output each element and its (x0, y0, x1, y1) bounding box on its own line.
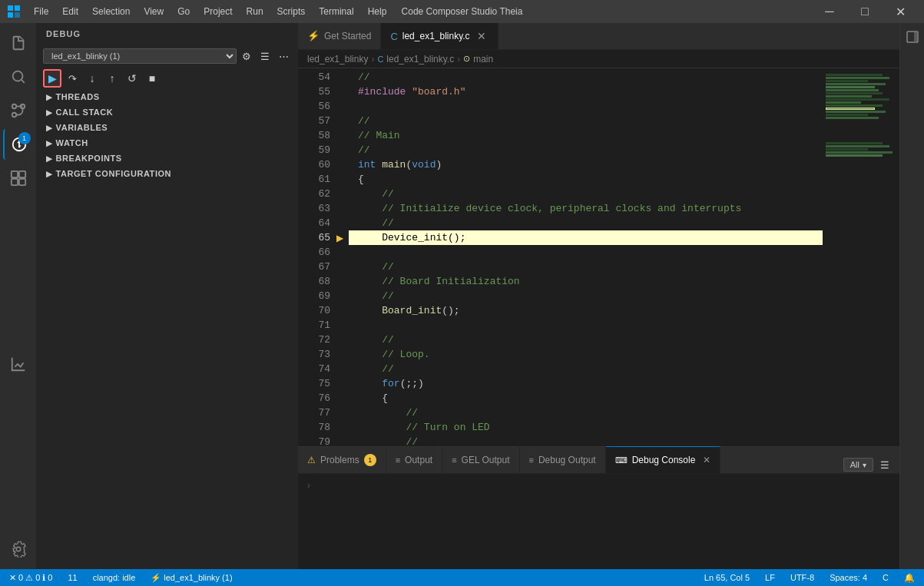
watch-section: ▶ WATCH (37, 135, 298, 151)
status-project[interactable]: ⚡ led_ex1_blinky (1) (147, 573, 235, 583)
menu-help[interactable]: Help (362, 5, 393, 18)
activity-extensions[interactable] (3, 163, 34, 194)
code-line-56 (349, 99, 823, 114)
menu-edit[interactable]: Edit (56, 5, 84, 18)
maximize-button[interactable]: □ (847, 0, 883, 23)
console-prompt-icon: › (307, 480, 310, 491)
variables-header[interactable]: ▶ VARIABLES (37, 120, 298, 135)
menu-run[interactable]: Run (240, 5, 270, 18)
code-line-63: // Initialize device clock, peripheral c… (349, 201, 823, 216)
tab-close-button[interactable]: ✕ (475, 29, 488, 43)
status-problems[interactable]: 11 (65, 573, 80, 582)
breadcrumb-file-icon: C (377, 55, 383, 64)
code-line-70: Board_init(); (349, 303, 823, 318)
tab-debug-console[interactable]: ⌨ Debug Console ✕ (606, 446, 721, 473)
tab-led-blinky[interactable]: C led_ex1_blinky.c ✕ (381, 23, 498, 49)
menu-go[interactable]: Go (171, 5, 196, 18)
get-started-tab-label: Get Started (324, 31, 371, 41)
debug-more-btn[interactable]: ⋯ (275, 48, 292, 65)
activity-bar: 1 (0, 23, 37, 569)
activity-search[interactable] (3, 61, 34, 92)
breadcrumb-sep-1: › (371, 54, 374, 65)
code-line-62: // (349, 187, 823, 201)
debug-console-close[interactable]: ✕ (700, 455, 710, 465)
panel-tab-bar: ⚠ Problems 1 ≡ Output ≡ GEL Output ≡ Deb… (298, 447, 899, 474)
svg-rect-13 (914, 32, 917, 41)
menu-file[interactable]: File (28, 5, 55, 18)
debug-stop-button[interactable]: ■ (143, 69, 161, 88)
activity-run-debug[interactable]: 1 (3, 129, 34, 160)
status-encoding[interactable]: UTF-8 (787, 573, 817, 583)
debug-restart-button[interactable]: ↺ (123, 69, 141, 88)
debug-step-over-button[interactable]: ↷ (63, 69, 81, 88)
problems-badge: 1 (364, 454, 376, 466)
code-line-58: // Main (349, 128, 823, 143)
call-stack-header[interactable]: ▶ CALL STACK (37, 104, 298, 120)
right-panel-toggle[interactable] (902, 26, 923, 48)
code-editor[interactable]: 5455565758 5960616263 6465666768 6970717… (298, 68, 823, 446)
code-line-75: for(;;) (349, 376, 823, 391)
target-config-label: TARGET CONFIGURATION (56, 169, 172, 178)
debug-session-select[interactable]: led_ex1_blinky (1) (43, 48, 237, 64)
app-title: Code Composer Studio Theia (402, 6, 523, 17)
debug-step-out-button[interactable]: ↑ (103, 69, 121, 88)
svg-rect-10 (11, 179, 17, 185)
tab-get-started[interactable]: ⚡ Get Started (298, 23, 381, 49)
svg-rect-8 (11, 171, 17, 177)
activity-source-control[interactable] (3, 95, 34, 126)
code-content[interactable]: // #include "board.h" // // Main // int … (349, 68, 823, 446)
status-language[interactable]: C (879, 573, 892, 583)
status-bar: ✕ 0 ⚠ 0 ℹ 0 11 clangd: idle ⚡ led_ex1_bl… (0, 569, 924, 586)
tab-debug-output[interactable]: ≡ Debug Output (520, 446, 606, 473)
status-eol[interactable]: LF (762, 573, 778, 583)
debug-output-label: Debug Output (538, 455, 596, 465)
code-line-59: // (349, 143, 823, 157)
status-clangd[interactable]: clangd: idle (90, 573, 139, 582)
status-notifications[interactable]: 🔔 (901, 573, 918, 583)
code-line-71 (349, 318, 823, 333)
menu-project[interactable]: Project (197, 5, 238, 18)
console-input[interactable] (315, 480, 890, 491)
menu-view[interactable]: View (137, 5, 170, 18)
tab-problems[interactable]: ⚠ Problems 1 (298, 446, 386, 473)
threads-header[interactable]: ▶ THREADS (37, 89, 298, 104)
close-button[interactable]: ✕ (883, 0, 918, 23)
warning-icon: ⚠ (307, 455, 316, 465)
variables-arrow: ▶ (46, 124, 53, 132)
code-line-60: int main(void) (349, 157, 823, 172)
svg-rect-1 (15, 5, 20, 11)
watch-header[interactable]: ▶ WATCH (37, 135, 298, 151)
minimize-button[interactable]: ─ (812, 0, 847, 23)
code-line-65: Device_init(); (349, 230, 823, 245)
debug-continue-button[interactable]: ▶ (43, 69, 61, 88)
code-line-61: { (349, 172, 823, 187)
activity-explorer[interactable] (3, 28, 34, 58)
panel-more-btn[interactable]: ☰ (876, 456, 893, 473)
debug-settings-btn[interactable]: ⚙ (238, 48, 255, 65)
target-config-header[interactable]: ▶ TARGET CONFIGURATION (37, 166, 298, 181)
breadcrumb-symbol-icon: ⊙ (463, 54, 470, 64)
debug-view-btn[interactable]: ☰ (257, 48, 273, 65)
menu-selection[interactable]: Selection (86, 5, 136, 18)
breakpoints-header[interactable]: ▶ BREAKPOINTS (37, 151, 298, 166)
warning-count: 0 (35, 573, 40, 582)
svg-rect-0 (8, 5, 13, 11)
activity-charts[interactable] (3, 349, 34, 379)
menu-scripts[interactable]: Scripts (271, 5, 312, 18)
filter-select[interactable]: All ▾ (843, 458, 873, 472)
current-line-arrow: ▶ (336, 230, 349, 245)
activity-settings[interactable] (3, 534, 34, 564)
tab-output[interactable]: ≡ Output (386, 446, 442, 473)
menu-terminal[interactable]: Terminal (313, 5, 359, 18)
debug-step-into-button[interactable]: ↓ (83, 69, 101, 88)
breadcrumb-root[interactable]: led_ex1_blinky (307, 54, 368, 65)
tab-gel-output[interactable]: ≡ GEL Output (442, 446, 519, 473)
status-spaces[interactable]: Spaces: 4 (826, 573, 870, 583)
status-cursor[interactable]: Ln 65, Col 5 (701, 573, 753, 583)
app-logo (6, 4, 22, 19)
status-errors[interactable]: ✕ 0 ⚠ 0 ℹ 0 (6, 573, 55, 583)
code-line-79: // (349, 435, 823, 446)
code-line-69: // (349, 289, 823, 303)
svg-rect-9 (18, 171, 25, 177)
code-line-72: // (349, 333, 823, 347)
